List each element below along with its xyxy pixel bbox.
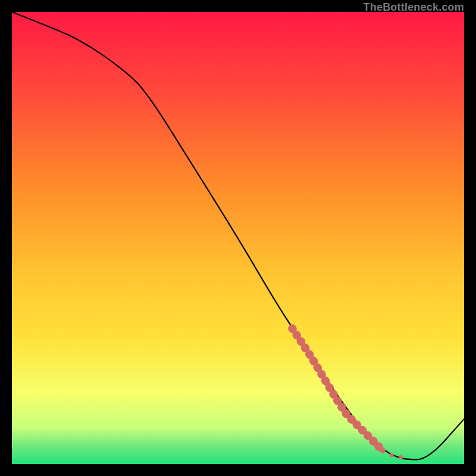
chart-root: TheBottleneck.com: [0, 0, 476, 476]
highlight-dot: [390, 453, 394, 457]
watermark-label: TheBottleneck.com: [364, 1, 464, 14]
highlight-dot: [399, 455, 403, 459]
plot-area: [12, 12, 464, 464]
chart-svg: [12, 12, 464, 464]
